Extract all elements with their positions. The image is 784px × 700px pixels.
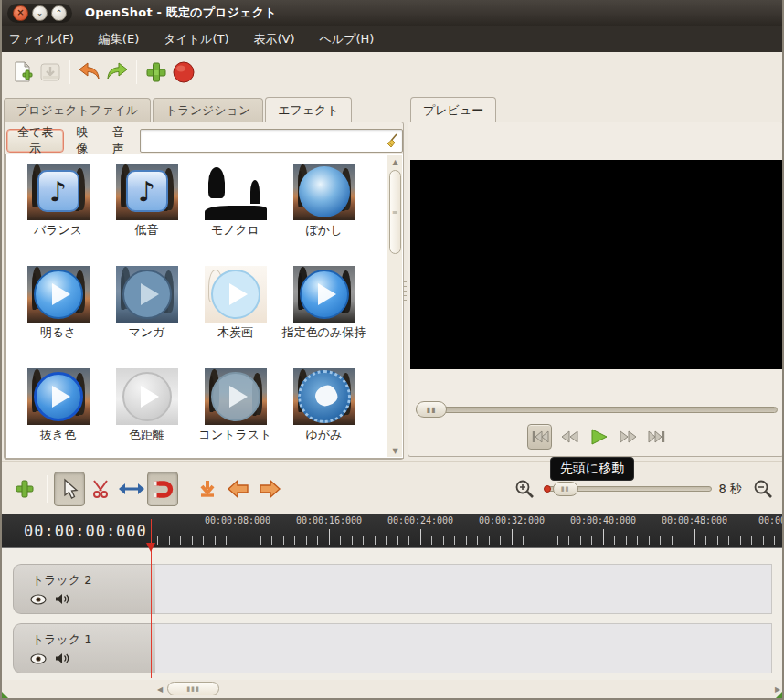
zoom-in-icon[interactable] [509, 472, 540, 506]
scroll-up-icon[interactable]: ▲ [387, 155, 403, 168]
razor-tool-icon[interactable] [85, 472, 116, 506]
effect-charcoal-icon [205, 266, 267, 323]
next-marker-icon[interactable] [254, 472, 285, 506]
effects-panel: 全て表示 映像 音声 ♪ [4, 122, 404, 460]
resize-grip-icon[interactable] [776, 692, 782, 698]
ruler-label: 00:00:32:000 [479, 515, 545, 525]
zoom-slider[interactable]: ▮▮ [546, 482, 712, 496]
effect-item[interactable]: ぼかし [280, 156, 368, 259]
select-tool-icon[interactable] [54, 472, 85, 506]
zoom-min-dot [544, 485, 551, 493]
effect-item[interactable]: ♪ バランス [14, 156, 102, 259]
ruler-label: 00:00:16:000 [296, 515, 362, 525]
current-timecode: 00:00:00:000 [24, 522, 147, 540]
save-project-icon[interactable] [37, 58, 64, 86]
left-tabs: プロジェクトファイル トランジション エフェクト [4, 97, 354, 122]
scrollbar-thumb[interactable]: ≡ [389, 170, 401, 254]
skip-to-end-icon[interactable] [644, 424, 669, 450]
filter-show-all-button[interactable]: 全て表示 [6, 129, 64, 153]
snap-magnet-icon[interactable] [147, 472, 178, 506]
add-marker-icon[interactable] [192, 472, 223, 506]
redo-icon[interactable] [103, 58, 131, 86]
effect-item[interactable]: ♪ 低音 [102, 156, 191, 259]
ruler-label: 00:00:08:000 [205, 515, 270, 525]
track-header[interactable]: トラック 1 [13, 623, 155, 673]
timeline-hscrollbar[interactable]: ◀ ▮▮▮ ▶ [2, 680, 784, 698]
timeline-ruler[interactable]: 00:00:00:000 00:00:08:000 00:00:16:000 0… [2, 514, 784, 548]
effect-item[interactable]: 木炭画 [191, 259, 280, 361]
menu-file[interactable]: ファイル(F) [9, 31, 74, 48]
effects-filter-row: 全て表示 映像 音声 [6, 128, 403, 154]
main-toolbar [2, 52, 784, 91]
tab-effects[interactable]: エフェクト [265, 97, 352, 122]
effect-manga-icon [116, 266, 178, 323]
effect-contrast-icon [205, 368, 267, 425]
menu-bar: ファイル(F) 編集(E) タイトル(T) 表示(V) ヘルプ(H) [0, 26, 784, 52]
effects-search-input[interactable] [140, 129, 403, 153]
video-preview [410, 160, 783, 369]
scroll-left-icon[interactable]: ◀ [154, 683, 165, 695]
toolbar-separator [185, 475, 185, 503]
tab-project-files[interactable]: プロジェクトファイル [4, 98, 151, 122]
scroll-down-icon[interactable]: ▼ [387, 444, 403, 457]
effects-scrollbar[interactable]: ▲ ≡ ▼ [387, 155, 402, 457]
filter-video-button[interactable]: 映像 [64, 129, 100, 153]
resize-tool-icon[interactable] [116, 472, 147, 506]
track-content[interactable] [155, 623, 772, 673]
tab-transitions[interactable]: トランジション [153, 98, 263, 122]
play-icon[interactable] [586, 424, 610, 450]
seek-handle[interactable]: ▮▮ [416, 401, 447, 418]
playhead-marker[interactable] [146, 543, 155, 552]
track-visible-icon[interactable] [30, 591, 47, 609]
effect-item[interactable]: 指定色のみ保持 [280, 259, 368, 361]
seek-slider[interactable]: ▮▮ [416, 401, 778, 418]
effect-item[interactable]: コントラスト [191, 361, 280, 459]
effect-item[interactable]: 抜き色 [14, 361, 102, 459]
rewind-icon[interactable] [556, 424, 581, 450]
resize-grip-icon[interactable] [2, 692, 8, 698]
effect-item[interactable]: ゆがみ [280, 361, 368, 459]
track-header[interactable]: トラック 2 [13, 564, 155, 614]
track-audio-icon[interactable] [55, 591, 69, 609]
effect-keep-color-icon [293, 266, 355, 323]
maximize-icon[interactable]: ⌃ [51, 5, 67, 21]
fast-forward-icon[interactable] [615, 424, 640, 450]
timeline-toolbar: ▮▮ 8 秒 [2, 461, 784, 514]
effect-item[interactable]: マンガ [102, 259, 191, 361]
window-title: OpenShot - 既定のプロジェクト [85, 5, 277, 21]
minimize-icon[interactable]: ⌄ [32, 5, 48, 21]
scrollbar-thumb[interactable]: ▮▮▮ [167, 682, 219, 695]
effect-brightness-icon [27, 266, 90, 323]
add-files-icon[interactable] [143, 58, 170, 86]
record-icon[interactable] [170, 58, 197, 86]
zoom-handle[interactable]: ▮▮ [553, 482, 578, 496]
track-audio-icon[interactable] [55, 651, 69, 668]
close-icon[interactable]: × [13, 5, 28, 21]
toolbar-separator [47, 475, 48, 503]
skip-to-start-icon[interactable] [527, 424, 552, 450]
transport-controls [527, 424, 669, 450]
tab-preview[interactable]: プレビュー [410, 97, 496, 122]
ruler-label: 00:00:40:000 [570, 515, 636, 525]
effect-item[interactable]: 色距離 [102, 361, 191, 459]
track-row: トラック 1 [13, 623, 772, 673]
seek-track[interactable] [416, 407, 778, 413]
filter-audio-button[interactable]: 音声 [101, 129, 136, 153]
menu-edit[interactable]: 編集(E) [99, 31, 139, 48]
new-project-icon[interactable] [9, 58, 37, 86]
add-track-icon[interactable] [9, 472, 40, 506]
track-row: トラック 2 [13, 564, 772, 614]
previous-marker-icon[interactable] [223, 472, 254, 506]
zoom-out-icon[interactable] [747, 472, 779, 506]
zoom-seconds-label: 8 秒 [719, 481, 742, 497]
menu-view[interactable]: 表示(V) [254, 31, 295, 48]
undo-icon[interactable] [76, 58, 103, 86]
effect-balance-icon: ♪ [27, 164, 90, 220]
menu-help[interactable]: ヘルプ(H) [320, 31, 375, 48]
broom-clear-icon[interactable] [385, 133, 399, 152]
track-visible-icon[interactable] [30, 651, 47, 668]
effect-item[interactable]: 明るさ [14, 259, 102, 361]
effect-item[interactable]: モノクロ [191, 156, 280, 259]
track-content[interactable] [155, 564, 772, 614]
menu-title[interactable]: タイトル(T) [164, 31, 228, 48]
